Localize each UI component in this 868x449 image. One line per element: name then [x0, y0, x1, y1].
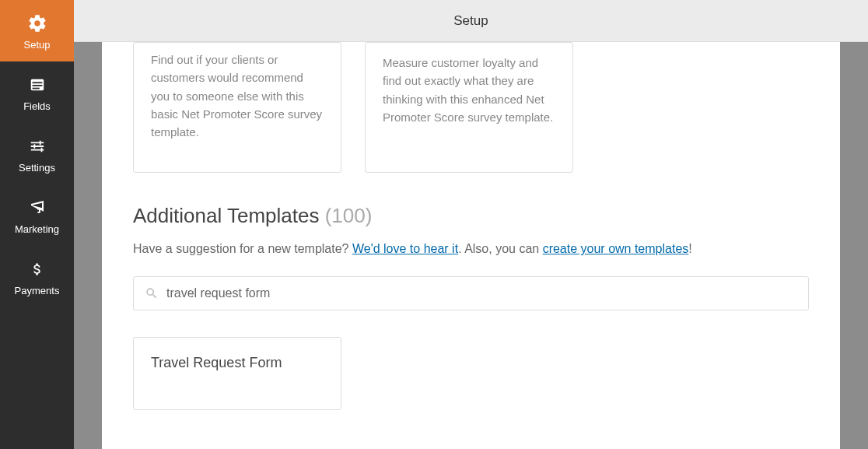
top-bar: Setup — [74, 0, 868, 42]
suggestion-text: Have a suggestion for a new template? We… — [133, 242, 809, 256]
content-wrapper: Find out if your clients or customers wo… — [74, 42, 868, 449]
sliders-icon — [26, 135, 48, 157]
page-title: Setup — [453, 13, 488, 29]
svg-rect-2 — [32, 85, 42, 86]
main-area: Setup Find out if your clients or custom… — [74, 0, 868, 449]
fields-icon — [26, 74, 48, 96]
template-result-title: Travel Request Form — [151, 355, 324, 371]
search-icon — [145, 286, 159, 300]
template-count: (100) — [325, 204, 373, 227]
template-card-description: Find out if your clients or customers wo… — [151, 51, 324, 141]
bullhorn-icon — [26, 197, 48, 219]
suggestion-link-hear-it[interactable]: We'd love to hear it — [352, 242, 458, 255]
suggestion-prefix: Have a suggestion for a new template? — [133, 242, 352, 255]
content: Find out if your clients or customers wo… — [102, 42, 840, 449]
sidebar-item-marketing[interactable]: Marketing — [0, 184, 74, 246]
template-result-card[interactable]: Travel Request Form — [133, 337, 341, 410]
sidebar-label: Payments — [15, 285, 60, 296]
template-card-description: Measure customer loyalty and find out ex… — [383, 54, 555, 126]
additional-templates-heading: Additional Templates (100) — [133, 204, 809, 228]
gear-icon — [26, 12, 48, 34]
template-cards-row: Find out if your clients or customers wo… — [133, 42, 809, 173]
svg-rect-1 — [32, 82, 42, 83]
suggestion-suffix: ! — [688, 242, 691, 255]
sidebar-label: Marketing — [15, 223, 59, 235]
sidebar-item-setup[interactable]: Setup — [0, 0, 74, 61]
sidebar-item-payments[interactable]: Payments — [0, 246, 74, 307]
sidebar-item-settings[interactable]: Settings — [0, 123, 74, 184]
template-search-input[interactable] — [166, 286, 797, 300]
suggestion-mid: . Also, you can — [458, 242, 543, 255]
sidebar-label: Fields — [23, 100, 51, 112]
suggestion-link-create-own[interactable]: create your own templates — [543, 242, 689, 255]
template-search-box[interactable] — [133, 276, 809, 310]
sidebar-label: Settings — [19, 162, 55, 174]
sidebar: Setup Fields Settings Marketing Payments — [0, 0, 74, 449]
dollar-icon — [26, 258, 48, 280]
heading-text: Additional Templates — [133, 204, 319, 227]
svg-rect-3 — [32, 88, 39, 89]
template-card[interactable]: Measure customer loyalty and find out ex… — [365, 42, 573, 173]
template-card-title-cutoff — [383, 43, 555, 46]
sidebar-item-fields[interactable]: Fields — [0, 61, 74, 123]
sidebar-label: Setup — [24, 39, 51, 51]
template-card[interactable]: Find out if your clients or customers wo… — [133, 42, 341, 173]
